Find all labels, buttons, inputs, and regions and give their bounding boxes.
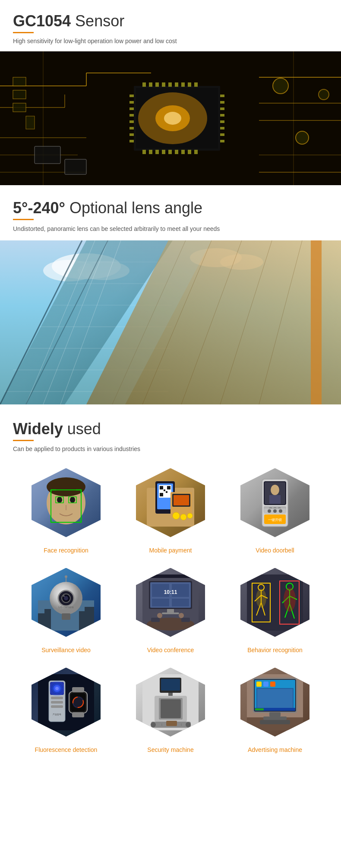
widely-title: Widely used [13, 420, 328, 438]
svg-rect-230 [257, 689, 293, 709]
svg-text:10:11: 10:11 [164, 589, 177, 595]
face-recognition-svg [38, 475, 94, 531]
svg-rect-111 [160, 486, 163, 489]
svg-rect-156 [152, 599, 169, 606]
svg-rect-43 [129, 120, 134, 123]
video-conference-item: 10:11 [122, 562, 219, 653]
svg-text:LG camera: LG camera [59, 606, 74, 609]
svg-rect-206 [161, 679, 180, 691]
widely-subtitle: Can be applied to products in various in… [13, 445, 328, 452]
behavior-hex [240, 568, 309, 637]
security-hex-container [131, 662, 211, 742]
svg-rect-30 [142, 150, 146, 154]
svg-rect-234 [263, 716, 287, 720]
svg-point-165 [179, 613, 184, 618]
lens-subtitle: Undistorted, panoramic lens can be selec… [13, 224, 328, 234]
behavior-svg [247, 574, 303, 631]
security-machine-item: Security machine [122, 662, 219, 753]
video-doorbell-item: 一键开锁 Video doorbell [226, 463, 324, 554]
svg-rect-42 [129, 114, 134, 117]
svg-point-59 [273, 78, 288, 94]
advertising-svg [247, 674, 303, 730]
svg-rect-29 [194, 82, 198, 87]
svg-rect-22 [149, 82, 152, 87]
surveillance-video-item: LG camera Surveillance video [17, 562, 115, 653]
svg-point-175 [256, 589, 266, 608]
svg-point-136 [279, 509, 282, 513]
svg-rect-25 [168, 82, 172, 87]
svg-point-143 [63, 595, 65, 597]
face-recognition-item: Face recognition [17, 463, 115, 554]
svg-rect-62 [35, 146, 60, 164]
svg-point-121 [187, 513, 193, 518]
svg-point-164 [157, 613, 162, 618]
orange-divider-3 [13, 440, 34, 441]
payment-hex-container [131, 463, 211, 543]
svg-point-218 [186, 722, 191, 727]
doorbell-svg: 一键开锁 [247, 475, 303, 531]
svg-text:产品型号: 产品型号 [53, 713, 61, 716]
svg-rect-147 [79, 611, 85, 631]
svg-rect-50 [220, 114, 224, 117]
mobile-payment-label: Mobile payment [149, 547, 192, 554]
svg-rect-47 [220, 95, 224, 97]
svg-rect-38 [194, 150, 198, 154]
video-doorbell-label: Video doorbell [256, 547, 294, 554]
svg-rect-49 [220, 107, 224, 110]
svg-rect-194 [51, 701, 63, 704]
lens-section: 5°-240° Optional lens angle Undistorted,… [0, 185, 341, 234]
advertising-hex-container [235, 662, 315, 742]
svg-rect-115 [166, 491, 167, 493]
svg-rect-37 [188, 150, 191, 154]
applications-grid: Face recognition [13, 463, 328, 753]
fluorescence-svg: 产品型号 [38, 674, 94, 730]
svg-rect-57 [13, 103, 26, 112]
circuit-image [0, 51, 341, 185]
svg-rect-34 [168, 150, 172, 154]
svg-rect-233 [269, 712, 281, 716]
svg-rect-36 [181, 150, 185, 154]
svg-rect-160 [162, 612, 179, 614]
svg-rect-55 [13, 77, 26, 86]
svg-rect-235 [260, 720, 290, 724]
svg-point-120 [180, 514, 186, 520]
conference-svg: 10:11 [142, 574, 199, 631]
svg-point-60 [296, 131, 309, 144]
svg-rect-58 [26, 116, 35, 129]
orange-divider-2 [13, 219, 34, 220]
behavior-recognition-item: Behavior recognition [226, 562, 324, 653]
fluorescence-detection-label: Fluorescence detection [35, 746, 98, 753]
building-svg [0, 240, 341, 404]
svg-rect-227 [263, 682, 268, 687]
svg-point-94 [70, 497, 75, 503]
svg-rect-21 [142, 82, 146, 87]
fluorescence-hex: 产品型号 [32, 668, 101, 737]
svg-text:一键开锁: 一键开锁 [268, 518, 282, 522]
svg-point-119 [173, 512, 180, 519]
svg-rect-146 [44, 609, 51, 631]
lens-title: 5°-240° Optional lens angle [13, 199, 328, 217]
svg-rect-163 [181, 618, 190, 622]
doorbell-hex: 一键开锁 [240, 468, 309, 537]
widely-section: Widely used Can be applied to products i… [0, 404, 341, 762]
svg-rect-41 [129, 107, 134, 110]
advertising-hex [240, 668, 309, 737]
svg-rect-157 [172, 599, 189, 606]
behavior-hex-container [235, 562, 315, 642]
svg-rect-63 [65, 159, 86, 174]
sensor-subtitle: High sensitivity for low-light operation… [13, 38, 328, 44]
advertising-machine-item: Advertising machine [226, 662, 324, 753]
svg-rect-159 [167, 609, 174, 612]
svg-point-61 [319, 89, 329, 100]
svg-rect-24 [162, 82, 165, 87]
svg-rect-87 [311, 240, 322, 404]
svg-point-20 [164, 112, 181, 125]
svg-point-150 [65, 575, 67, 578]
svg-rect-45 [129, 133, 134, 136]
svg-point-183 [284, 587, 296, 612]
svg-rect-193 [51, 697, 63, 699]
svg-rect-27 [181, 82, 185, 87]
payment-svg [142, 475, 199, 531]
conference-hex-container: 10:11 [131, 562, 211, 642]
svg-rect-51 [220, 120, 224, 123]
